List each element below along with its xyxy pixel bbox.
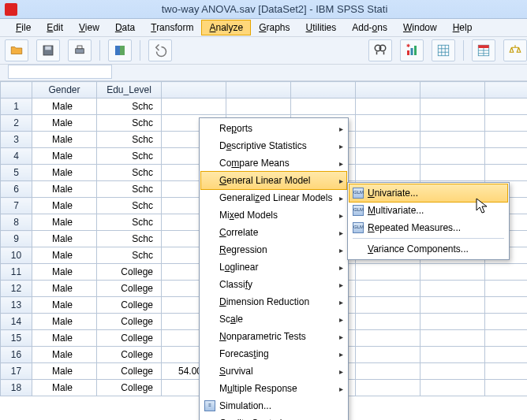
print-button[interactable] (68, 39, 92, 61)
cell-empty[interactable] (356, 165, 420, 181)
cell-edu[interactable]: Schc (97, 231, 162, 247)
cell-gender[interactable]: Male (32, 347, 97, 363)
cell-edu[interactable]: College (97, 281, 162, 297)
cell-edu[interactable]: Schc (97, 148, 162, 165)
cell-edu[interactable]: Schc (97, 115, 162, 132)
data-button[interactable] (108, 39, 132, 61)
menu-data[interactable]: Data (107, 20, 143, 35)
cell-empty[interactable] (485, 314, 528, 330)
cell-empty[interactable] (420, 297, 485, 314)
cell-empty[interactable] (420, 264, 485, 281)
cell-edu[interactable]: College (97, 297, 162, 314)
cell-gender[interactable]: Male (32, 247, 97, 264)
row-number[interactable]: 3 (1, 132, 32, 148)
cell-empty[interactable] (420, 363, 485, 380)
cell-empty[interactable] (226, 98, 291, 115)
cell-edu[interactable]: Schc (97, 247, 162, 264)
cell-empty[interactable] (485, 330, 528, 347)
cell-edu[interactable]: College (97, 264, 162, 281)
cell-gender[interactable]: Male (32, 148, 97, 165)
cell-empty[interactable] (485, 165, 528, 181)
col-header-empty[interactable] (420, 82, 485, 98)
col-header-empty[interactable] (485, 82, 528, 98)
menu-graphs[interactable]: Graphs (251, 20, 297, 35)
cell-edu[interactable]: College (97, 330, 162, 347)
row-number[interactable]: 17 (1, 363, 32, 380)
corner-cell[interactable] (1, 82, 32, 98)
menu-item[interactable]: Forecasting▸ (201, 345, 346, 362)
cell-empty[interactable] (485, 148, 528, 165)
table-button[interactable] (472, 39, 495, 61)
cell-edu[interactable]: College (97, 347, 162, 363)
save-button[interactable] (36, 39, 60, 61)
cell-empty[interactable] (485, 363, 528, 380)
cell-empty[interactable] (356, 380, 420, 396)
cell-gender[interactable]: Male (32, 380, 97, 396)
menu-view[interactable]: View (71, 20, 107, 35)
row-number[interactable]: 8 (1, 214, 32, 231)
row-number[interactable]: 18 (1, 380, 32, 396)
col-header-empty[interactable] (291, 82, 356, 98)
cell-empty[interactable] (485, 380, 528, 396)
col-header[interactable]: Gender (32, 82, 97, 98)
menu-item[interactable]: ≡Simulation... (201, 397, 346, 414)
cell-empty[interactable] (356, 363, 420, 380)
row-number[interactable]: 5 (1, 165, 32, 181)
cell-empty[interactable] (356, 115, 420, 132)
cell-empty[interactable] (356, 98, 420, 115)
menu-item[interactable]: Multiple Response▸ (201, 380, 346, 397)
cell-empty[interactable] (420, 281, 485, 297)
cell-empty[interactable] (356, 314, 420, 330)
cell-empty[interactable] (356, 330, 420, 347)
row-number[interactable]: 6 (1, 181, 32, 198)
cell-gender[interactable]: Male (32, 231, 97, 247)
menu-item[interactable]: Scale▸ (201, 310, 346, 328)
cell-gender[interactable]: Male (32, 264, 97, 281)
cell-empty[interactable] (420, 380, 485, 396)
cell-empty[interactable] (356, 148, 420, 165)
menu-transform[interactable]: Transform (143, 20, 201, 35)
menu-item[interactable]: Regression▸ (201, 241, 346, 258)
menu-window[interactable]: Window (395, 20, 445, 35)
cell-edu[interactable]: Schc (97, 214, 162, 231)
cell-empty[interactable] (420, 165, 485, 181)
cell-empty[interactable] (356, 297, 420, 314)
cell-empty[interactable] (485, 132, 528, 148)
cell-empty[interactable] (356, 347, 420, 363)
cell-gender[interactable]: Male (32, 132, 97, 148)
menu-edit[interactable]: Edit (39, 20, 71, 35)
cell-empty[interactable] (420, 98, 485, 115)
row-number[interactable]: 16 (1, 347, 32, 363)
cell-edu[interactable]: Schc (97, 98, 162, 115)
cell-empty[interactable] (420, 132, 485, 148)
row-number[interactable]: 11 (1, 264, 32, 281)
menu-item[interactable]: Generalized Linear Models▸ (201, 189, 346, 206)
cell-empty[interactable] (485, 281, 528, 297)
find-button[interactable] (368, 39, 392, 61)
menu-item[interactable]: Nonparametric Tests▸ (201, 328, 346, 345)
menu-addons[interactable]: Add-ons (344, 20, 395, 35)
cell-empty[interactable] (356, 264, 420, 281)
chart-button[interactable]: ✱ (400, 39, 424, 61)
cell-gender[interactable]: Male (32, 330, 97, 347)
cell-reference-box[interactable] (8, 65, 112, 79)
cell-empty[interactable] (420, 314, 485, 330)
menu-item[interactable]: Descriptive Statistics▸ (201, 137, 346, 154)
menu-item[interactable]: Compare Means▸ (201, 154, 346, 172)
cell-edu[interactable]: College (97, 314, 162, 330)
cell-empty[interactable] (291, 98, 356, 115)
cell-gender[interactable]: Male (32, 115, 97, 132)
cell-edu[interactable]: Schc (97, 198, 162, 214)
cell-edu[interactable]: Schc (97, 132, 162, 148)
undo-button[interactable] (148, 39, 172, 61)
cell-gender[interactable]: Male (32, 314, 97, 330)
menu-item[interactable]: Mixed Models▸ (201, 206, 346, 224)
col-header-empty[interactable] (356, 82, 420, 98)
menu-item[interactable]: Variance Components... (349, 240, 507, 258)
weights-button[interactable] (503, 39, 527, 61)
row-number[interactable]: 13 (1, 297, 32, 314)
row-number[interactable]: 7 (1, 198, 32, 214)
menu-item[interactable]: Reports▸ (201, 120, 346, 137)
row-number[interactable]: 9 (1, 231, 32, 247)
cell-gender[interactable]: Male (32, 181, 97, 198)
